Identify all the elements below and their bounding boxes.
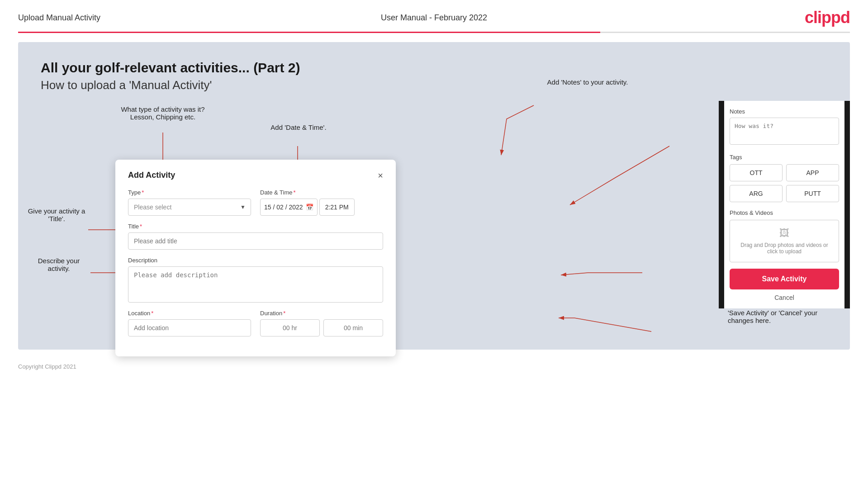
datetime-group: Date & Time* 15 / 02 / 2022 📅 2:21 PM [260,189,383,216]
title-label: Title* [128,223,383,230]
annotation-activity-type: What type of activity was it? Lesson, Ch… [113,105,213,121]
type-group: Type* Please select [128,189,251,216]
time-value: 2:21 PM [325,204,349,211]
description-row: Description [128,257,383,303]
notes-section-label: Notes [730,108,839,115]
add-activity-dialog: Add Activity × Type* Please select Date … [115,160,396,356]
page-title: Upload Manual Activity [18,13,100,23]
type-select[interactable]: Please select [128,199,251,216]
title-input[interactable] [128,232,383,250]
cancel-button[interactable]: Cancel [774,294,794,301]
type-datetime-row: Type* Please select Date & Time* 15 / 02… [128,189,383,216]
description-group: Description [128,257,383,303]
annotation-describe: Describe your activity. [27,257,90,272]
annotation-notes: Add 'Notes' to your activity. [542,78,633,86]
date-input[interactable]: 15 / 02 / 2022 📅 [260,199,318,216]
tag-ott[interactable]: OTT [730,164,783,181]
duration-label: Duration* [260,310,383,317]
title-group: Title* [128,223,383,250]
time-input[interactable]: 2:21 PM [319,199,355,216]
photo-icon: 🖼 [737,227,831,239]
footer: Copyright Clippd 2021 [0,359,868,374]
close-button[interactable]: × [378,171,383,180]
tag-app[interactable]: APP [786,164,839,181]
duration-group: Duration* [260,310,383,336]
photos-section-label: Photos & Videos [730,209,839,216]
main-heading: All your golf-relevant activities... (Pa… [41,60,827,76]
tags-section-label: Tags [730,154,839,161]
dialog-title: Add Activity [128,171,175,180]
duration-min-input[interactable] [323,319,383,336]
tag-putt[interactable]: PUTT [786,185,839,202]
datetime-inputs: 15 / 02 / 2022 📅 2:21 PM [260,199,383,216]
description-label: Description [128,257,383,264]
datetime-label: Date & Time* [260,189,383,196]
photos-upload-area[interactable]: 🖼 Drag and Drop photos and videos or cli… [730,220,839,262]
title-row: Title* [128,223,383,250]
top-bar: Upload Manual Activity User Manual - Feb… [0,0,868,32]
dialog-header: Add Activity × [128,171,383,180]
duration-inputs [260,319,383,336]
location-input[interactable] [128,319,251,336]
annotation-title: Give your activity a 'Title'. [27,207,86,223]
location-label: Location* [128,310,251,317]
save-activity-button[interactable]: Save Activity [730,269,839,289]
manual-label: User Manual - February 2022 [381,13,487,23]
annotation-date-time: Add 'Date & Time'. [258,123,339,131]
description-input[interactable] [128,266,383,303]
location-duration-row: Location* Duration* [128,310,383,336]
main-content: All your golf-relevant activities... (Pa… [18,42,850,350]
copyright: Copyright Clippd 2021 [18,363,76,370]
annotation-save: 'Save Activity' or 'Cancel' your changes… [728,309,841,324]
duration-hr-input[interactable] [260,319,320,336]
tag-arg[interactable]: ARG [730,185,783,202]
tags-grid: OTT APP ARG PUTT [730,164,839,202]
notes-input[interactable] [730,118,839,145]
calendar-icon: 📅 [306,204,313,211]
logo: clippd [805,8,850,27]
main-subheading: How to upload a 'Manual Activity' [41,78,827,92]
photos-placeholder: Drag and Drop photos and videos or click… [737,242,831,255]
top-divider [18,32,850,33]
type-select-wrapper[interactable]: Please select [128,199,251,216]
type-label: Type* [128,189,251,196]
phone-panel: Notes Tags OTT APP ARG PUTT Photos & Vid… [719,101,850,308]
date-value: 15 / 02 / 2022 [264,204,303,211]
location-group: Location* [128,310,251,336]
